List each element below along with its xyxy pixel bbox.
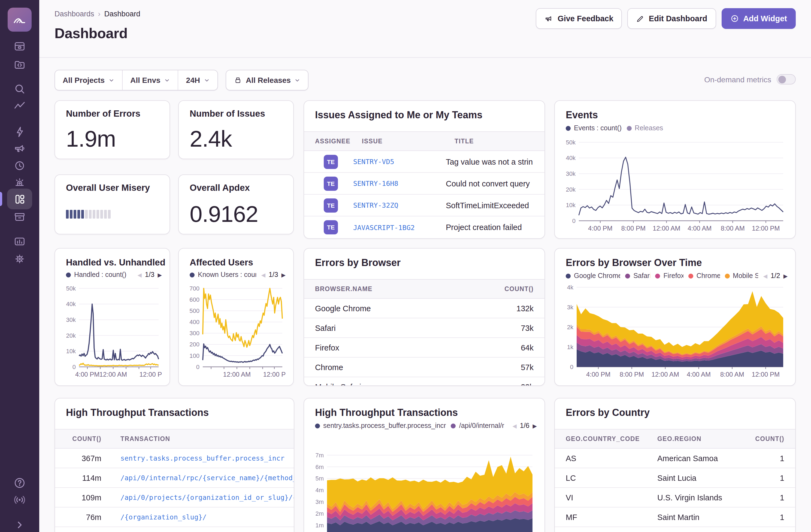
add-widget-button[interactable]: Add Widget bbox=[721, 8, 796, 29]
browser-row[interactable]: Chrome 57k bbox=[304, 358, 545, 377]
release-filter[interactable]: All Releases bbox=[226, 70, 308, 90]
legend-item[interactable]: /api/0/internal/r bbox=[451, 422, 508, 429]
transaction-row[interactable]: 367m sentry.tasks.process_buffer.process… bbox=[55, 449, 294, 468]
sidebar-item-whats-new[interactable] bbox=[13, 493, 26, 506]
svg-text:4:00 PM: 4:00 PM bbox=[588, 225, 612, 232]
sidebar-item-releases[interactable] bbox=[13, 211, 26, 223]
legend-item[interactable]: Firefox bbox=[655, 272, 684, 279]
issue-link[interactable]: JAVASCRIPT-1BG2 bbox=[353, 223, 446, 231]
on-demand-metrics-toggle[interactable] bbox=[777, 74, 796, 85]
widget-high-throughput-table: High Throughput Transactions COUNT() TRA… bbox=[55, 398, 294, 532]
widget-title: Overall User Misery bbox=[55, 175, 169, 193]
widget-title: Number of Errors bbox=[55, 101, 169, 119]
legend-item[interactable]: Chrome bbox=[688, 272, 720, 279]
page-filters: All Projects All Envs 24H bbox=[55, 70, 218, 90]
svg-text:300: 300 bbox=[189, 330, 199, 337]
legend-item[interactable]: Google Chrome bbox=[566, 272, 620, 279]
active-nav-indicator bbox=[0, 192, 2, 206]
next-page-arrow[interactable]: ▶ bbox=[281, 272, 286, 278]
svg-text:40k: 40k bbox=[66, 301, 76, 307]
issue-row[interactable]: TE SENTRY-16H8 Could not convert query bbox=[304, 173, 545, 195]
legend-item[interactable]: Known Users : cour bbox=[190, 271, 256, 278]
legend-item[interactable]: sentry.tasks.process_buffer.process_incr bbox=[315, 422, 446, 429]
issue-link[interactable]: SENTRY-VD5 bbox=[353, 157, 446, 166]
legend-label: Handled : count() bbox=[74, 271, 126, 278]
legend-item[interactable]: Events : count() bbox=[566, 124, 622, 132]
throughput-table-header: COUNT() TRANSACTION bbox=[55, 429, 294, 449]
browser-row[interactable]: Firefox 64k bbox=[304, 338, 545, 358]
transaction-link[interactable]: /api/0/internal/rpc/{service_name}/{meth… bbox=[102, 474, 294, 482]
date-range-filter[interactable]: 24H bbox=[179, 70, 217, 90]
prev-page-arrow[interactable]: ◀ bbox=[763, 273, 767, 279]
project-filter[interactable]: All Projects bbox=[55, 70, 122, 90]
browser-row[interactable]: Safari 73k bbox=[304, 318, 545, 338]
svg-text:50k: 50k bbox=[566, 139, 576, 146]
legend-label: Known Users : cour bbox=[198, 271, 256, 278]
country-row[interactable]: LC Saint Lucia 1 bbox=[555, 468, 795, 488]
breadcrumb-dashboards-link[interactable]: Dashboards bbox=[55, 10, 94, 18]
legend-item[interactable]: Safari bbox=[625, 272, 650, 279]
sidebar-item-performance[interactable] bbox=[13, 100, 26, 112]
next-page-arrow[interactable]: ▶ bbox=[533, 423, 537, 429]
sidebar-item-replays[interactable] bbox=[13, 159, 26, 172]
sidebar-item-projects[interactable] bbox=[13, 58, 26, 71]
issue-row[interactable]: TE SENTRY-32ZQ SoftTimeLimitExceeded bbox=[304, 195, 545, 216]
transaction-link[interactable]: /api/0/projects/{organization_id_or_slug… bbox=[102, 493, 294, 501]
widget-title: Affected Users bbox=[179, 248, 293, 268]
col-transaction: TRANSACTION bbox=[102, 436, 170, 442]
environment-filter-label: All Envs bbox=[130, 76, 160, 85]
sidebar-item-alerts-megaphone[interactable] bbox=[13, 142, 26, 154]
widget-user-misery: Overall User Misery bbox=[55, 174, 170, 234]
country-row[interactable]: AS American Samoa 1 bbox=[555, 449, 795, 468]
sidebar-item-stats[interactable] bbox=[13, 235, 26, 248]
prev-page-arrow[interactable]: ◀ bbox=[512, 423, 516, 429]
transaction-link[interactable]: sentry.tasks.process_buffer.process_incr bbox=[102, 454, 294, 462]
widget-title: High Throughput Transactions bbox=[55, 398, 294, 419]
issue-row[interactable]: TE JAVASCRIPT-1BG2 Project creation fail… bbox=[304, 216, 545, 238]
country-code: LC bbox=[555, 473, 657, 482]
sidebar-item-feedback-lightning[interactable] bbox=[13, 126, 26, 138]
svg-text:12:00 AM: 12:00 AM bbox=[223, 371, 251, 378]
environment-filter[interactable]: All Envs bbox=[123, 70, 178, 90]
legend-item[interactable]: Releases bbox=[627, 124, 663, 132]
country-row-partial[interactable] bbox=[555, 527, 795, 532]
user-misery-gauge bbox=[66, 210, 110, 218]
prev-page-arrow[interactable]: ◀ bbox=[137, 272, 141, 278]
issue-row[interactable]: TE SENTRY-VD5 Tag value was not a strin bbox=[304, 151, 545, 173]
transaction-row-partial[interactable] bbox=[55, 527, 294, 532]
sidebar-item-help[interactable] bbox=[13, 476, 26, 489]
next-page-arrow[interactable]: ▶ bbox=[158, 272, 162, 278]
sidebar-item-home[interactable] bbox=[7, 7, 32, 32]
issue-link[interactable]: SENTRY-32ZQ bbox=[353, 201, 446, 209]
legend-item[interactable]: Handled : count() bbox=[66, 271, 126, 278]
browser-name: Chrome bbox=[304, 363, 521, 371]
sidebar-item-settings[interactable] bbox=[13, 253, 26, 265]
transaction-row[interactable]: 76m /{organization_slug}/ bbox=[55, 507, 294, 527]
sidebar-item-alerts-siren[interactable] bbox=[13, 176, 26, 189]
svg-text:2m: 2m bbox=[315, 510, 324, 517]
prev-page-arrow[interactable]: ◀ bbox=[261, 272, 265, 278]
sidebar-item-dashboards[interactable] bbox=[7, 188, 32, 209]
legend-dot bbox=[66, 272, 71, 277]
sidebar-item-issues[interactable] bbox=[13, 40, 26, 52]
issue-title: Project creation failed bbox=[446, 223, 545, 232]
issue-link[interactable]: SENTRY-16H8 bbox=[353, 179, 446, 187]
widget-title: Issues Assigned to Me or My Teams bbox=[304, 101, 545, 121]
svg-text:1m: 1m bbox=[315, 522, 324, 529]
country-row[interactable]: VI U.S. Virgin Islands 1 bbox=[555, 488, 795, 507]
transaction-row[interactable]: 109m /api/0/projects/{organization_id_or… bbox=[55, 488, 294, 507]
transaction-link[interactable]: /{organization_slug}/ bbox=[102, 513, 294, 521]
svg-text:4:00 AM: 4:00 AM bbox=[687, 371, 711, 378]
country-row[interactable]: MF Saint Martin 1 bbox=[555, 507, 795, 527]
sidebar-collapse-toggle[interactable] bbox=[14, 519, 26, 531]
sidebar-item-search[interactable] bbox=[13, 82, 26, 95]
browser-row-partial[interactable]: Mobile Safari 33k bbox=[304, 377, 545, 386]
browser-row[interactable]: Google Chrome 132k bbox=[304, 299, 545, 318]
edit-dashboard-button[interactable]: Edit Dashboard bbox=[628, 8, 716, 29]
legend-item[interactable]: Mobile S bbox=[724, 272, 758, 279]
give-feedback-button[interactable]: Give Feedback bbox=[536, 8, 622, 29]
transaction-row[interactable]: 114m /api/0/internal/rpc/{service_name}/… bbox=[55, 468, 294, 488]
svg-text:4k: 4k bbox=[567, 284, 573, 291]
next-page-arrow[interactable]: ▶ bbox=[783, 273, 787, 279]
transaction-count: 114m bbox=[55, 473, 102, 482]
